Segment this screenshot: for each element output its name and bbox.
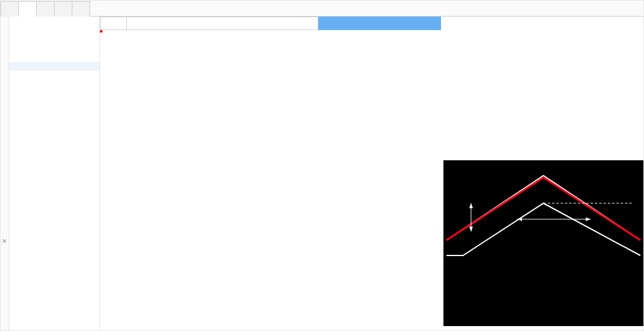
diagram-canvas — [443, 160, 643, 326]
sidebar-item-sec-rib[interactable] — [9, 105, 99, 114]
diagram-title — [443, 148, 643, 160]
sidebar-item-found-beam[interactable] — [9, 131, 99, 139]
category-sidebar — [9, 17, 100, 330]
sidebar-item-masonry[interactable] — [9, 148, 99, 157]
sidebar-item-framebeam[interactable] — [9, 45, 99, 53]
tab-calculation-rules[interactable] — [1, 1, 19, 17]
header-node[interactable] — [318, 17, 441, 30]
diagram-svg — [443, 160, 643, 259]
highlight-rectangle — [100, 30, 102, 33]
diagram-panel — [443, 17, 643, 330]
header-corner — [100, 17, 127, 30]
tab-bar — [1, 1, 643, 17]
sidebar-item-shearwall[interactable] — [9, 28, 99, 36]
sidebar-item-other[interactable] — [9, 157, 99, 165]
sidebar-item-doorframe[interactable] — [9, 36, 99, 45]
sidebar-item-precast-wall[interactable] — [9, 79, 99, 88]
svg-marker-5 — [469, 203, 473, 208]
sidebar-item-found-sec[interactable] — [9, 139, 99, 148]
svg-marker-3 — [586, 217, 591, 221]
svg-marker-6 — [469, 227, 473, 232]
header-name[interactable] — [127, 17, 318, 30]
sidebar-item-foundation[interactable] — [9, 122, 99, 131]
sidebar-item-precast-col[interactable] — [9, 71, 99, 79]
table-header — [100, 17, 441, 30]
sidebar-item-hollow-slab[interactable] — [9, 88, 99, 96]
sidebar-item-stair[interactable] — [9, 114, 99, 122]
tab-stirrup-settings[interactable] — [36, 1, 55, 17]
sidebar-item-nonframebeam[interactable] — [9, 53, 99, 62]
sidebar-item-main-rib[interactable] — [9, 96, 99, 105]
tab-stirrup-formula[interactable] — [72, 1, 90, 17]
sidebar-item-column[interactable] — [9, 19, 99, 28]
tab-lap-settings[interactable] — [54, 1, 72, 17]
close-panel-icon[interactable]: ✕ — [2, 238, 7, 244]
sidebar-item-slab[interactable] — [9, 62, 99, 71]
node-table — [100, 17, 441, 330]
left-gutter: ✕ — [1, 17, 9, 330]
tab-node-settings[interactable] — [18, 1, 37, 17]
